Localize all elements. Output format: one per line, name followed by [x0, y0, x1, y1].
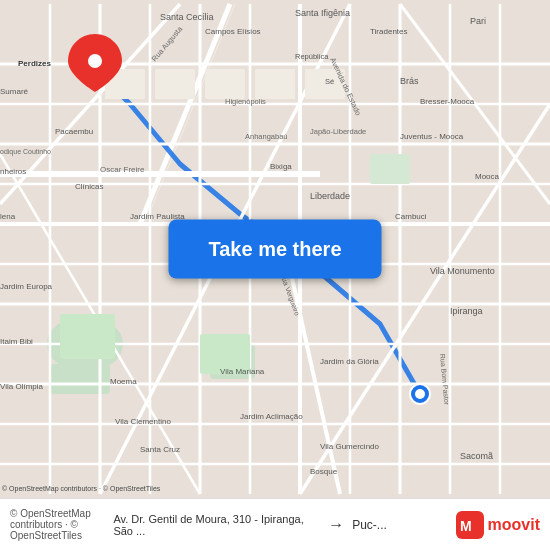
svg-text:Santa Ifigênia: Santa Ifigênia: [295, 8, 350, 18]
svg-text:Vila Mariana: Vila Mariana: [220, 367, 265, 376]
take-me-there-button[interactable]: Take me there: [168, 220, 381, 279]
svg-text:Jardim Europa: Jardim Europa: [0, 282, 53, 291]
svg-text:lena: lena: [0, 212, 16, 221]
svg-text:Brás: Brás: [400, 76, 419, 86]
svg-text:M: M: [460, 518, 472, 534]
svg-point-89: [415, 389, 425, 399]
svg-text:Oscar Freire: Oscar Freire: [100, 165, 145, 174]
svg-text:Bixiga: Bixiga: [270, 162, 292, 171]
svg-rect-40: [205, 69, 245, 99]
svg-text:República: República: [295, 52, 329, 61]
svg-text:Juventus - Mooca: Juventus - Mooca: [400, 132, 464, 141]
svg-text:Vila Olímpia: Vila Olímpia: [0, 382, 44, 391]
svg-text:Sé: Sé: [325, 77, 334, 86]
svg-rect-37: [370, 154, 410, 184]
origin-text: Av. Dr. Gentil de Moura, 310 - Ipiranga,…: [113, 513, 320, 537]
svg-point-90: [88, 54, 102, 68]
svg-text:Santa Cecília: Santa Cecília: [160, 12, 214, 22]
svg-text:Santa Cruz: Santa Cruz: [140, 445, 180, 454]
svg-text:Perdizes: Perdizes: [18, 59, 51, 68]
svg-text:Liberdade: Liberdade: [310, 191, 350, 201]
svg-text:Anhangabaú: Anhangabaú: [245, 132, 288, 141]
bottom-bar: © OpenStreetMap contributors · © OpenStr…: [0, 498, 550, 550]
svg-text:Sumaré: Sumaré: [0, 87, 29, 96]
svg-text:Pacaembu: Pacaembu: [55, 127, 93, 136]
svg-text:odique Coutinho: odique Coutinho: [0, 148, 51, 156]
moovit-icon: M: [456, 511, 484, 539]
svg-text:Vila Clementino: Vila Clementino: [115, 417, 171, 426]
svg-text:Jardim da Glória: Jardim da Glória: [320, 357, 379, 366]
map-container: Santa Cecília Santa Ifigênia Pari Sumaré…: [0, 0, 550, 498]
map-attribution: © OpenStreetMap contributors · © OpenStr…: [10, 508, 113, 541]
moovit-brand-text: moovit: [488, 516, 540, 534]
svg-text:Clínicas: Clínicas: [75, 182, 103, 191]
svg-rect-41: [255, 69, 295, 99]
svg-text:Itaim Bibi: Itaim Bibi: [0, 337, 33, 346]
svg-text:Japão-Liberdade: Japão-Liberdade: [310, 127, 366, 136]
svg-text:Bosque: Bosque: [310, 467, 338, 476]
moovit-logo: M moovit: [456, 511, 540, 539]
svg-text:Mooca: Mooca: [475, 172, 500, 181]
svg-text:Sacomã: Sacomã: [460, 451, 493, 461]
route-arrow-icon: →: [328, 516, 344, 534]
svg-text:Higienópolis: Higienópolis: [225, 97, 266, 106]
svg-text:Ipiranga: Ipiranga: [450, 306, 483, 316]
svg-text:nheiros: nheiros: [0, 167, 26, 176]
svg-text:Tiradentes: Tiradentes: [370, 27, 408, 36]
svg-text:Moema: Moema: [110, 377, 137, 386]
svg-rect-35: [60, 314, 115, 359]
svg-text:Jardim Aclimação: Jardim Aclimação: [240, 412, 303, 421]
destination-text: Puc-...: [352, 518, 455, 532]
svg-text:Campos Elísios: Campos Elísios: [205, 27, 261, 36]
svg-text:Pari: Pari: [470, 16, 486, 26]
svg-text:Vila Gumercindo: Vila Gumercindo: [320, 442, 380, 451]
svg-text:Cambuci: Cambuci: [395, 212, 427, 221]
svg-text:Vila Monumento: Vila Monumento: [430, 266, 495, 276]
svg-text:Bresser-Mooca: Bresser-Mooca: [420, 97, 475, 106]
svg-text:© OpenStreetMap contributors ·: © OpenStreetMap contributors · © OpenStr…: [2, 485, 161, 493]
svg-rect-39: [155, 69, 195, 99]
app-container: Santa Cecília Santa Ifigênia Pari Sumaré…: [0, 0, 550, 550]
